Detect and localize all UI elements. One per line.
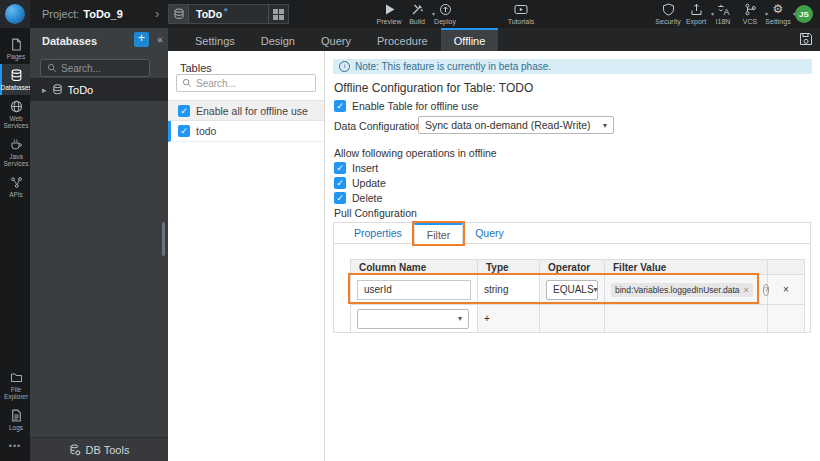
add-database-button[interactable]: + [134,32,149,47]
pull-config-panel: Properties Filter Query Column Name Type… [333,222,811,333]
enable-table-label: Enable Table for offline use [352,100,478,112]
nav-item-logs[interactable]: Logs [0,404,30,435]
nav-spacer [0,202,30,366]
column-name-input[interactable] [357,280,471,300]
save-button[interactable] [799,32,813,46]
collapse-panel-button[interactable]: « [155,34,165,47]
editor-area: Settings Design Query Procedure Offline … [168,28,820,461]
op-update-row[interactable]: ✓ Update [334,177,386,189]
info-icon: i [339,61,350,72]
database-icon [52,84,63,95]
database-tree-item-todo[interactable]: ▸ ToDo [30,78,168,101]
floppy-disk-icon [799,32,813,46]
remove-chip-icon[interactable]: × [744,285,749,295]
folder-icon [10,371,23,384]
pull-tab-filter[interactable]: Filter [414,223,463,244]
checkbox-checked[interactable]: ✓ [334,177,346,189]
globe-icon [10,100,23,113]
chevron-down-icon: ▾ [603,121,607,130]
wavemaker-studio-window: Project: ToDo_9 › ToDo * [0,0,820,461]
type-cell: string [478,275,540,305]
filter-value-cell: bind:Variables.loggedInUser.data × ? [611,283,761,297]
app-logo[interactable] [0,0,30,28]
enable-all-row[interactable]: ✓ Enable all for offline use [168,100,324,121]
connector-icon [10,176,23,189]
coffee-cup-icon [10,138,23,151]
tutorials-button[interactable]: Tutorials [498,3,544,25]
enable-all-label: Enable all for offline use [196,105,308,117]
nav-item-apis[interactable]: APIs [0,171,30,202]
col-header-type: Type [478,260,540,275]
project-breadcrumb: Project: ToDo_9 [42,0,123,28]
unsaved-marker: * [224,6,228,16]
operations-label: Allow following operations in offline [334,147,497,159]
op-delete-row[interactable]: ✓ Delete [334,192,382,204]
databases-panel-title: Databases [42,35,97,47]
search-icon [182,78,192,88]
data-config-select[interactable]: Sync data on-demand (Read-Write) ▾ [418,116,614,134]
file-text-icon [10,409,23,422]
filter-row-userid: string EQUALS ▾ bind:Variable [351,275,805,305]
tab-settings[interactable]: Settings [182,28,248,51]
search-icon [47,63,57,73]
pull-tab-query[interactable]: Query [463,223,516,243]
checkbox-checked[interactable]: ✓ [334,162,346,174]
more-options-icon[interactable]: ••• [0,435,30,461]
checkbox-checked[interactable]: ✓ [334,100,346,112]
operator-select[interactable]: EQUALS ▾ [546,280,598,300]
open-doc-tab-todo[interactable]: ToDo * [168,4,289,24]
database-icon [10,69,23,82]
enable-table-row[interactable]: ✓ Enable Table for offline use [334,100,478,112]
pull-config-tabs: Properties Filter Query [334,223,810,244]
help-icon[interactable]: ? [763,284,769,296]
beta-note-banner: i Note: This feature is currently in bet… [333,59,812,74]
topbar: Project: ToDo_9 › ToDo * [0,0,820,28]
tables-search-input[interactable] [196,78,310,89]
new-column-select[interactable]: ▾ [357,309,469,329]
col-header-filter-value: Filter Value [605,260,768,275]
gear-icon: ⚙ [773,3,784,16]
col-header-column-name: Column Name [351,260,478,275]
panel-scrollbar[interactable] [162,222,165,256]
table-name-label: todo [196,125,216,137]
bind-expression-chip[interactable]: bind:Variables.loggedInUser.data × [611,283,753,297]
deploy-button[interactable]: Deploy [422,3,468,25]
left-nav-rail: Pages Databases Web Services Java Servic… [0,28,30,461]
col-header-actions [768,260,805,275]
chevron-down-icon: ▾ [458,314,462,323]
editor-tabstrip: Settings Design Query Procedure Offline [168,28,820,51]
user-avatar[interactable]: JS [795,5,813,23]
tab-procedure[interactable]: Procedure [364,28,441,51]
nav-item-file-explorer[interactable]: File Explorer [0,366,30,404]
checkbox-checked[interactable]: ✓ [178,105,190,117]
add-filter-row: ▾ + [351,305,805,333]
nav-item-web-services[interactable]: Web Services [0,95,30,133]
table-row-todo[interactable]: ✓ todo [168,121,324,142]
tab-offline[interactable]: Offline [441,28,499,51]
video-icon [514,3,528,16]
pull-config-label: Pull Configuration [334,207,417,219]
pull-tab-properties[interactable]: Properties [342,223,414,243]
nav-item-java-services[interactable]: Java Services [0,133,30,171]
database-icon [169,5,189,23]
nav-item-databases[interactable]: Databases [0,64,30,95]
database-item-label: ToDo [68,84,94,96]
editor-body: Tables ✓ Enable all for offline use ✓ to… [168,51,820,461]
add-criteria-button[interactable]: + [478,305,540,333]
databases-search-input[interactable] [61,63,143,74]
databases-search[interactable] [40,59,150,77]
tree-expand-icon[interactable]: ▸ [42,85,47,95]
tab-design[interactable]: Design [248,28,308,51]
nav-item-pages[interactable]: Pages [0,33,30,64]
tab-query[interactable]: Query [308,28,364,51]
checkbox-checked[interactable]: ✓ [334,192,346,204]
db-tools-button[interactable]: DB Tools [30,437,168,461]
grid-view-icon[interactable] [268,5,288,23]
chevron-right-icon: › [155,6,159,21]
checkbox-checked[interactable]: ✓ [178,125,190,137]
project-label: Project: [42,8,79,20]
delete-row-button[interactable]: × [768,275,805,305]
op-insert-row[interactable]: ✓ Insert [334,162,378,174]
tables-search[interactable] [176,74,316,92]
beta-note-text: Note: This feature is currently in beta … [355,61,551,72]
